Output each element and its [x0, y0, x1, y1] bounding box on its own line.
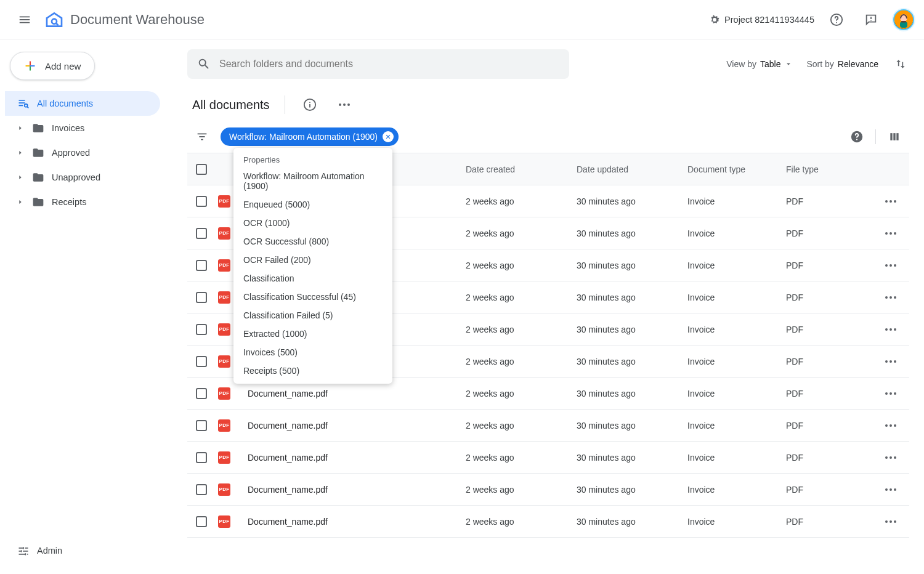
col-file-type[interactable]: File type [786, 164, 872, 174]
date-updated: 30 minutes ago [577, 228, 687, 238]
row-checkbox[interactable] [196, 484, 207, 495]
hamburger-icon [18, 13, 31, 26]
chip-remove-button[interactable] [383, 131, 394, 142]
doc-type: Invoice [687, 357, 786, 366]
app-logo-icon [44, 10, 64, 30]
file-name[interactable]: Document_name.pdf [243, 485, 466, 495]
sort-by-selector[interactable]: Sort by Relevance [806, 59, 878, 69]
filter-chip-workflow[interactable]: Workflow: Mailroom Automation (1900) [221, 127, 399, 146]
admin-link[interactable]: Admin [5, 537, 168, 564]
pdf-icon: PDF [218, 355, 230, 368]
sidebar-item-label: Approved [52, 148, 90, 158]
sidebar-item-receipts[interactable]: Receipts [5, 190, 160, 214]
date-created: 2 weeks ago [466, 228, 577, 238]
folder-icon [32, 122, 44, 134]
row-more-button[interactable] [872, 200, 909, 203]
sidebar-item-invoices[interactable]: Invoices [5, 116, 160, 140]
file-name[interactable]: Document_name.pdf [243, 517, 466, 527]
row-more-button[interactable] [872, 520, 909, 523]
row-checkbox[interactable] [196, 196, 207, 207]
sort-direction-button[interactable] [892, 55, 909, 73]
sidebar-item-all-documents[interactable]: All documents [5, 91, 160, 116]
columns-button[interactable] [885, 127, 904, 147]
search-box[interactable] [187, 49, 569, 79]
col-date-created[interactable]: Date created [466, 164, 577, 174]
filter-button[interactable] [192, 127, 212, 147]
col-doc-type[interactable]: Document type [687, 164, 786, 174]
table-row[interactable]: PDF Document_name.pdf 2 weeks ago 30 min… [187, 474, 909, 506]
feedback-button[interactable] [859, 7, 883, 32]
row-more-button[interactable] [872, 328, 909, 331]
dropdown-option[interactable]: Receipts (500) [233, 362, 392, 380]
filter-help-button[interactable] [847, 127, 867, 147]
date-updated: 30 minutes ago [577, 325, 687, 334]
menu-button[interactable] [10, 5, 39, 34]
svg-point-14 [309, 102, 310, 103]
dropdown-option[interactable]: Classification Failed (5) [233, 306, 392, 325]
dropdown-option[interactable]: OCR (1000) [233, 214, 392, 232]
row-more-button[interactable] [872, 296, 909, 299]
doc-type: Invoice [687, 453, 786, 463]
sidebar-item-unapproved[interactable]: Unapproved [5, 165, 160, 190]
help-filled-icon [850, 130, 864, 144]
table-row[interactable]: PDF Document_name.pdf 2 weeks ago 30 min… [187, 410, 909, 442]
row-checkbox[interactable] [196, 324, 207, 335]
dropdown-option[interactable]: Classification Successful (45) [233, 288, 392, 306]
date-created: 2 weeks ago [466, 357, 577, 366]
select-all-checkbox[interactable] [196, 164, 207, 175]
doc-type: Invoice [687, 421, 786, 430]
row-checkbox[interactable] [196, 388, 207, 399]
sidebar-item-label: Invoices [52, 123, 84, 133]
row-checkbox[interactable] [196, 260, 207, 271]
dropdown-option[interactable]: OCR Successful (800) [233, 232, 392, 251]
help-button[interactable] [824, 7, 849, 32]
add-new-button[interactable]: Add new [10, 52, 95, 80]
view-by-selector[interactable]: View by Table [726, 59, 793, 69]
table-row[interactable]: PDF Document_name.pdf 2 weeks ago 30 min… [187, 442, 909, 474]
date-created: 2 weeks ago [466, 421, 577, 430]
svg-point-0 [52, 18, 57, 23]
date-updated: 30 minutes ago [577, 421, 687, 430]
project-selector[interactable]: Project 821411934445 [708, 14, 814, 26]
dropdown-option[interactable]: OCR Failed (200) [233, 251, 392, 269]
page-title: All documents [192, 98, 270, 112]
row-more-button[interactable] [872, 456, 909, 459]
more-actions-button[interactable] [334, 95, 354, 115]
info-button[interactable] [300, 95, 320, 115]
row-more-button[interactable] [872, 488, 909, 491]
date-updated: 30 minutes ago [577, 196, 687, 206]
row-more-button[interactable] [872, 360, 909, 363]
file-name[interactable]: Document_name.pdf [243, 421, 466, 430]
user-avatar[interactable] [893, 9, 914, 30]
date-created: 2 weeks ago [466, 196, 577, 206]
col-date-updated[interactable]: Date updated [577, 164, 687, 174]
dropdown-option[interactable]: Classification [233, 269, 392, 288]
row-checkbox[interactable] [196, 356, 207, 367]
dropdown-option[interactable]: Invoices (500) [233, 343, 392, 362]
search-input[interactable] [219, 59, 559, 70]
file-type: PDF [786, 261, 872, 270]
row-checkbox[interactable] [196, 452, 207, 463]
dropdown-option[interactable]: Workflow: Mailroom Automation (1900) [233, 167, 392, 195]
dropdown-option[interactable]: Enqueued (5000) [233, 195, 392, 214]
row-more-button[interactable] [872, 264, 909, 267]
row-more-button[interactable] [872, 424, 909, 427]
doc-type: Invoice [687, 196, 786, 206]
svg-rect-19 [896, 133, 898, 140]
swap-vert-icon [894, 58, 907, 70]
dropdown-option[interactable]: Extracted (1000) [233, 325, 392, 343]
row-more-button[interactable] [872, 392, 909, 395]
row-checkbox[interactable] [196, 420, 207, 431]
row-checkbox[interactable] [196, 292, 207, 303]
row-checkbox[interactable] [196, 228, 207, 239]
sidebar-item-approved[interactable]: Approved [5, 140, 160, 165]
row-more-button[interactable] [872, 232, 909, 235]
app-logo-wrap[interactable]: Document Warehouse [44, 10, 205, 30]
file-name[interactable]: Document_name.pdf [243, 453, 466, 463]
date-created: 2 weeks ago [466, 261, 577, 270]
sort-by-value: Relevance [838, 59, 878, 69]
file-name[interactable]: Document_name.pdf [243, 389, 466, 398]
close-icon [385, 134, 391, 140]
row-checkbox[interactable] [196, 516, 207, 527]
table-row[interactable]: PDF Document_name.pdf 2 weeks ago 30 min… [187, 506, 909, 538]
